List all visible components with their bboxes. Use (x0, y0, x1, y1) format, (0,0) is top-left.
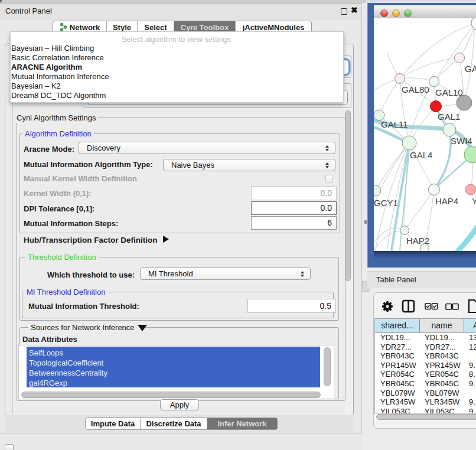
svg-text:GAL1: GAL1 (438, 112, 460, 122)
svg-text:GCY1: GCY1 (374, 198, 398, 208)
svg-text:GAL7: GAL7 (465, 64, 476, 74)
svg-text:SWI4: SWI4 (451, 136, 472, 146)
svg-text:HAP2: HAP2 (406, 236, 429, 246)
svg-text:GAL10: GAL10 (435, 87, 463, 97)
svg-text:GAL11: GAL11 (381, 119, 408, 129)
svg-text:GAL4: GAL4 (410, 150, 432, 160)
svg-text:Y: Y (472, 196, 476, 206)
svg-text:GAL80: GAL80 (402, 84, 429, 94)
svg-text:HAP4: HAP4 (435, 196, 458, 206)
